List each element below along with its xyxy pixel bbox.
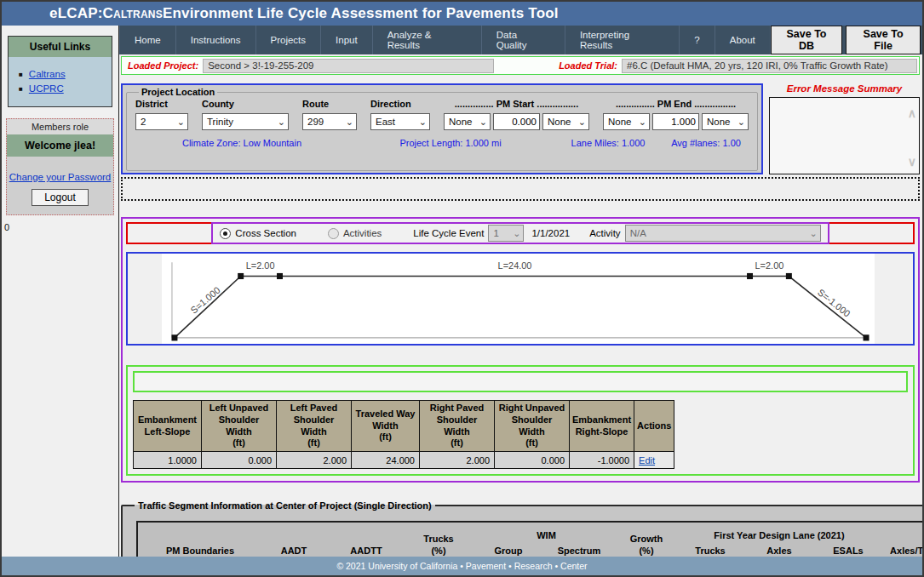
pm-end-suffix-select[interactable]: None ⌄ <box>702 113 749 130</box>
first-year-design-lane-label: First Year Design Lane (2021) <box>714 529 844 541</box>
green-placeholder-box <box>133 371 908 392</box>
life-cycle-event-select[interactable]: 1 ⌄ <box>488 225 524 242</box>
column-header: Embankment Left-Slope <box>134 401 202 452</box>
cell-embankment-left-slope: 1.0000 <box>134 452 202 469</box>
right-length-label: L=2.00 <box>755 260 784 271</box>
climate-zone-stat: Climate Zone: Low Mountain <box>135 138 348 148</box>
bullet-icon: ■ <box>19 71 23 78</box>
scroll-up-icon[interactable]: ∧ <box>908 106 916 120</box>
wim-group-label: WIM <box>537 529 556 541</box>
tab-instructions[interactable]: Instructions <box>176 26 256 54</box>
column-header: Left Paved Shoulder Width (ft) <box>277 401 352 452</box>
column-header: Left Unpaved Shoulder Width (ft) <box>202 401 277 452</box>
page-footer: © 2021 University of California • Paveme… <box>2 557 922 575</box>
traffic-segment-grid: PM Boundaries 0.160 - 0.860 AADT 1,800 A… <box>136 521 922 557</box>
cross-section-table: Embankment Left-Slope Left Unpaved Shoul… <box>133 400 674 469</box>
pm-end-label: ............... PM End ................ <box>603 99 749 109</box>
growth-label: Growth <box>630 534 663 544</box>
tab-interpreting-results[interactable]: Interpreting Results <box>565 26 680 54</box>
cross-section-svg: L=2.00 L=24.00 L=2.00 S=1.000 S=-1.000 <box>162 254 875 344</box>
chevron-down-icon: ⌄ <box>278 117 285 127</box>
tab-analyze-results[interactable]: Analyze & Results <box>373 26 482 54</box>
county-select[interactable]: Trinity ⌄ <box>202 113 289 130</box>
pm-start-suffix-select[interactable]: None ⌄ <box>542 113 589 130</box>
loaded-project-label: Loaded Project: <box>123 60 203 71</box>
column-header: Traveled Way Width (ft) <box>352 401 420 452</box>
members-panel: Members role Welcome jlea! Change your P… <box>6 118 114 215</box>
project-location-legend: Project Location <box>139 87 217 97</box>
column-header: Right Unpaved Shoulder Width (ft) <box>495 401 570 452</box>
growth-unit: (%) <box>639 546 653 556</box>
cross-section-panel: Cross Section Activities Life Cycle Even… <box>121 217 920 483</box>
traffic-segment-panel: Traffic Segment Information at Center of… <box>121 500 922 557</box>
column-header: Embankment Right-Slope <box>570 401 634 452</box>
tab-input[interactable]: Input <box>321 26 373 54</box>
activity-select[interactable]: N/A ⌄ <box>625 225 821 242</box>
main-nav: Home Instructions Projects Input Analyze… <box>119 26 922 54</box>
useful-links-title: Useful Links <box>9 37 112 57</box>
chevron-down-icon: ⌄ <box>578 117 586 127</box>
activities-radio[interactable] <box>328 228 339 239</box>
change-password-link[interactable]: Change your Password <box>9 172 112 182</box>
chevron-down-icon: ⌄ <box>809 229 817 238</box>
title-prefix: eLCAP: <box>49 5 103 22</box>
district-select[interactable]: 2 ⌄ <box>135 113 188 130</box>
error-summary-listbox[interactable]: ∧ ∨ <box>769 97 920 174</box>
sidebar-link-ucprc[interactable]: UCPRC <box>29 83 64 94</box>
route-select[interactable]: 299 ⌄ <box>302 113 357 130</box>
pm-end-prefix-select[interactable]: None ⌄ <box>603 113 650 130</box>
activities-radio-label: Activities <box>343 228 382 238</box>
bullet-icon: ■ <box>19 85 23 93</box>
loaded-project-value: Second > 3!-19-255-209 <box>203 59 494 73</box>
cell-right-unpaved: 0.000 <box>495 452 570 469</box>
save-buttons: Save To DB Save To File <box>771 26 922 54</box>
tab-about[interactable]: About <box>715 26 771 54</box>
cell-right-paved: 2.000 <box>420 452 495 469</box>
chevron-down-icon: ⌄ <box>346 117 353 127</box>
chevron-down-icon: ⌄ <box>639 117 646 127</box>
sidebar: Useful Links ■ Caltrans ■ UCPRC Members … <box>2 26 119 557</box>
save-to-db-button[interactable]: Save To DB <box>771 26 842 54</box>
direction-label: Direction <box>370 99 430 109</box>
trucks-pct-unit: (%) <box>431 546 445 556</box>
county-label: County <box>202 99 289 109</box>
app-window: eLCAP: Caltrans Environment Life Cycle A… <box>0 0 924 577</box>
pm-start-input[interactable] <box>493 113 540 130</box>
scroll-down-icon[interactable]: ∨ <box>908 155 916 169</box>
center-length-label: L=24.00 <box>498 260 532 271</box>
content-area: Loaded Project: Second > 3!-19-255-209 L… <box>119 54 922 557</box>
tab-data-quality[interactable]: Data Quality <box>482 26 565 54</box>
aadt-label: AADT <box>281 545 307 557</box>
cell-left-unpaved: 0.000 <box>202 452 277 469</box>
stray-text: 0 <box>4 222 114 232</box>
tab-home[interactable]: Home <box>119 26 176 54</box>
view-controls-strip: Cross Section Activities Life Cycle Even… <box>126 222 915 244</box>
sidebar-link-caltrans[interactable]: Caltrans <box>29 69 66 79</box>
edit-link[interactable]: Edit <box>639 455 655 466</box>
main-area: Home Instructions Projects Input Analyze… <box>119 26 922 557</box>
loaded-bar: Loaded Project: Second > 3!-19-255-209 L… <box>121 56 920 75</box>
pm-start-label: ............... PM Start ...............… <box>444 99 589 109</box>
tab-help[interactable]: ? <box>680 26 715 54</box>
table-row: 1.0000 0.000 2.000 24.000 2.000 0.000 -1… <box>134 452 674 469</box>
logout-button[interactable]: Logout <box>32 189 89 206</box>
column-header: Right Paved Shoulder Width (ft) <box>420 401 495 452</box>
avg-lanes-stat: Avg #lanes: 1.00 <box>663 138 749 148</box>
left-slope-label: S=1.000 <box>189 285 222 316</box>
chevron-down-icon: ⌄ <box>177 117 185 127</box>
cross-section-diagram: L=2.00 L=24.00 L=2.00 S=1.000 S=-1.000 <box>162 254 875 344</box>
cross-section-radio[interactable] <box>220 228 231 239</box>
route-label: Route <box>302 99 357 109</box>
pm-end-input[interactable] <box>652 113 699 130</box>
save-to-file-button[interactable]: Save To File <box>846 26 921 54</box>
view-controls: Cross Section Activities Life Cycle Even… <box>211 222 829 244</box>
direction-select[interactable]: East ⌄ <box>370 113 430 130</box>
tab-projects[interactable]: Projects <box>256 26 322 54</box>
column-header: Actions <box>634 401 674 452</box>
pm-start-prefix-select[interactable]: None ⌄ <box>444 113 491 130</box>
event-date: 1/1/2021 <box>531 228 570 238</box>
lane-miles-stat: Lane Miles: 1.000 <box>553 138 663 148</box>
cross-section-table-panel: Embankment Left-Slope Left Unpaved Shoul… <box>126 365 915 476</box>
activity-label: Activity <box>589 228 620 238</box>
page-title: eLCAP: Caltrans Environment Life Cycle A… <box>2 2 922 26</box>
